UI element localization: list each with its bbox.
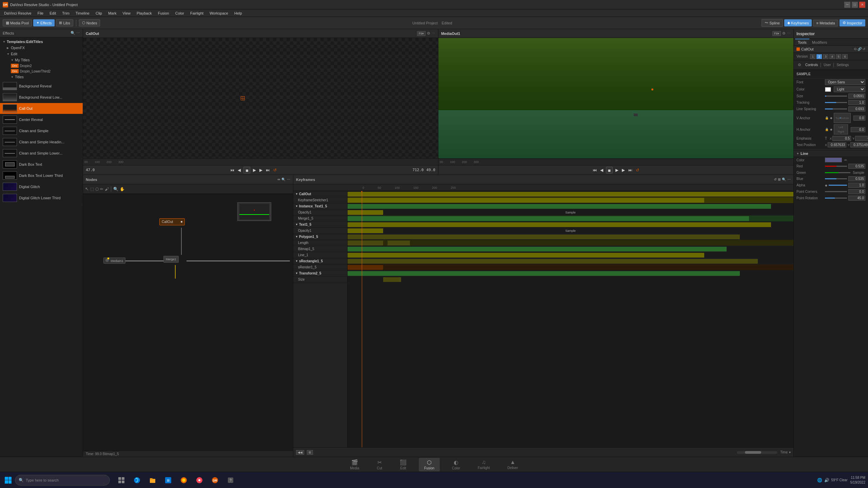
pen-tool-icon[interactable]: ✏ bbox=[100, 187, 103, 191]
menu-timeline[interactable]: Timeline bbox=[73, 11, 92, 16]
kf-time-dropdown-arrow[interactable]: ▾ bbox=[789, 450, 791, 454]
ws-tab-fusion[interactable]: ⬡ Fusion bbox=[419, 458, 440, 471]
kf-grid-icon[interactable]: ⊞ bbox=[778, 178, 781, 181]
inspector-line-color-picker[interactable]: ✏ bbox=[844, 158, 847, 162]
kf-label-length[interactable]: Length bbox=[293, 240, 347, 246]
inspector-alpha-slider[interactable] bbox=[829, 185, 847, 186]
taskbar-app-unknown[interactable]: ? bbox=[223, 473, 238, 488]
callout-node[interactable]: CallOut bbox=[159, 218, 185, 225]
kf-track-1[interactable] bbox=[348, 197, 793, 203]
kf-track-11[interactable] bbox=[348, 258, 793, 264]
viewer-more-icon[interactable]: ⋯ bbox=[432, 31, 435, 36]
inspector-tab-tools[interactable]: Tools bbox=[795, 39, 809, 45]
nodes-more-icon[interactable]: ⋯ bbox=[287, 178, 290, 181]
kf-label-line1[interactable]: Line_1 bbox=[293, 252, 347, 258]
step-back-button[interactable]: ◀ bbox=[237, 167, 241, 173]
kf-track-2[interactable] bbox=[348, 203, 793, 209]
kf-label-srender15[interactable]: sRender1_5 bbox=[293, 264, 347, 270]
line-section-collapse[interactable]: ▼ bbox=[796, 152, 799, 155]
version-btn-2[interactable]: 2 bbox=[816, 54, 822, 59]
kf-track-9[interactable] bbox=[348, 246, 793, 252]
menu-mark[interactable]: Mark bbox=[105, 11, 119, 16]
inspector-button[interactable]: ⚙ Inspector bbox=[840, 19, 865, 26]
inspector-alpha-key[interactable]: ◆ bbox=[825, 184, 827, 187]
edit-item[interactable]: ▼ Edit bbox=[4, 51, 83, 57]
menu-workspace[interactable]: Workspace bbox=[207, 11, 231, 16]
close-button[interactable]: ✕ bbox=[859, 2, 865, 8]
inspector-reset-icon[interactable]: ↺ bbox=[863, 47, 865, 51]
dropin2-item[interactable]: Dro Dropin2 bbox=[0, 63, 83, 68]
right-viewer-more-icon[interactable]: ⋯ bbox=[787, 31, 791, 36]
kf-label-opacity1-b[interactable]: Opacity1 bbox=[293, 228, 347, 234]
taskbar-app-edge[interactable] bbox=[130, 473, 144, 488]
minimize-button[interactable]: ─ bbox=[844, 2, 850, 8]
kf-track-6[interactable]: Sample bbox=[348, 228, 793, 234]
title-clean-simple-lower[interactable]: Clean and Simple Lower... bbox=[0, 148, 83, 159]
hand-tool-icon[interactable]: ✋ bbox=[120, 187, 125, 191]
menu-edit[interactable]: Edit bbox=[47, 11, 59, 16]
right-viewer-settings-icon[interactable]: ⚙ bbox=[782, 31, 786, 36]
dropin-lower-item[interactable]: Dro Dropin_LowerThird2 bbox=[0, 68, 83, 74]
kf-track-10[interactable] bbox=[348, 252, 793, 258]
inspector-tracking-slider[interactable] bbox=[825, 102, 847, 103]
tray-sound-icon[interactable]: 🔊 bbox=[824, 478, 829, 483]
right-step-forward[interactable]: ▶ bbox=[621, 167, 626, 173]
inspector-blue-value[interactable]: 0.535 bbox=[848, 176, 865, 181]
kf-search-icon[interactable]: 🔍 bbox=[782, 178, 786, 181]
ws-tab-cut[interactable]: ✂ Cut bbox=[372, 458, 388, 471]
go-start-button[interactable]: ⏮ bbox=[230, 167, 235, 173]
kf-loop-icon[interactable]: ↺ bbox=[774, 178, 776, 181]
textpos-x-value[interactable]: 0.657633 bbox=[828, 142, 846, 147]
taskbar-app-explorer[interactable] bbox=[145, 473, 160, 488]
ws-tab-deliver[interactable]: ▲ Deliver bbox=[502, 458, 524, 471]
inspector-hanchor-lock[interactable]: 🔒 bbox=[825, 128, 829, 131]
inspector-controls-icon[interactable]: ⚙ bbox=[796, 62, 803, 68]
textpos-y-value[interactable]: 0.375149 bbox=[850, 142, 868, 147]
metadata-button[interactable]: ≡ Metadata bbox=[813, 20, 838, 26]
ws-tab-edit[interactable]: ⬛ Edit bbox=[394, 458, 412, 471]
taskbar-app-firefox[interactable] bbox=[176, 473, 191, 488]
kf-track-3[interactable]: Sample bbox=[348, 209, 793, 216]
version-btn-6[interactable]: 6 bbox=[842, 54, 848, 59]
menu-trim[interactable]: Trim bbox=[59, 11, 72, 16]
emphasis-x-value[interactable]: 0.5 bbox=[832, 136, 851, 141]
effects-more-icon[interactable]: ⋯ bbox=[76, 31, 80, 35]
nodes-canvas[interactable]: CallOut MediaIn1 Merge1 bbox=[83, 194, 293, 451]
ws-tab-fairlight[interactable]: ♫ Fairlight bbox=[472, 458, 495, 471]
inspector-pointcorners-slider[interactable] bbox=[825, 191, 847, 192]
ws-tab-media[interactable]: 🎬 Media bbox=[344, 458, 364, 471]
title-background-reveal[interactable]: Background Reveal bbox=[0, 81, 83, 92]
right-viewer-timeline[interactable]: 00 100 200 300 bbox=[438, 158, 793, 165]
inspector-tab-modifiers[interactable]: Modifiers bbox=[809, 39, 830, 45]
kf-label-srectangle15[interactable]: ▼ sRectangle1_5 bbox=[293, 258, 347, 264]
kf-tracks-area[interactable]: Sample Sample bbox=[348, 191, 793, 447]
kf-track-13[interactable] bbox=[348, 270, 793, 277]
right-go-end[interactable]: ⏭ bbox=[628, 167, 633, 173]
taskbar-app-task-view[interactable] bbox=[114, 473, 129, 488]
kf-track-14[interactable] bbox=[348, 277, 793, 283]
inspector-pointrot-value[interactable]: 45.0 bbox=[848, 196, 865, 201]
media-pool-button[interactable]: ▦ Media Pool bbox=[3, 19, 32, 26]
kf-track-8[interactable] bbox=[348, 240, 793, 246]
ws-tab-color[interactable]: ◐ Color bbox=[447, 458, 466, 471]
taskbar-app-itunes[interactable] bbox=[192, 473, 207, 488]
inspector-blue-slider[interactable] bbox=[825, 178, 847, 179]
time-display[interactable]: 11:58 PM 5/19/2022 bbox=[850, 475, 866, 485]
kf-label-instance-text[interactable]: ▼ Instance_Text1_5 bbox=[293, 203, 347, 209]
version-btn-4[interactable]: 4 bbox=[829, 54, 835, 59]
taskbar-search-bar[interactable]: 🔍 Type here to search bbox=[15, 475, 110, 486]
nodes-button[interactable]: ⬡ Nodes bbox=[79, 19, 100, 26]
inspector-user-tab[interactable]: User bbox=[824, 63, 831, 67]
title-dark-box-text[interactable]: Dark Box Text bbox=[0, 159, 83, 170]
tray-network-icon[interactable]: 🌐 bbox=[817, 478, 822, 483]
inspector-linespacing-slider[interactable] bbox=[825, 108, 847, 109]
merge1-node[interactable]: Merge1 bbox=[163, 256, 179, 263]
kf-track-4[interactable] bbox=[348, 216, 793, 222]
inspector-font-dropdown[interactable]: Open Sans bbox=[825, 79, 865, 85]
right-play[interactable]: ▶ bbox=[615, 167, 619, 173]
menu-playback[interactable]: Playback bbox=[134, 11, 155, 16]
my-titles-section[interactable]: ▼ My Titles bbox=[8, 57, 83, 63]
titles-section[interactable]: ▼ Titles bbox=[8, 74, 83, 80]
select-tool-icon[interactable]: ↖ bbox=[85, 186, 89, 191]
inspector-line-color-swatch[interactable] bbox=[825, 158, 842, 162]
